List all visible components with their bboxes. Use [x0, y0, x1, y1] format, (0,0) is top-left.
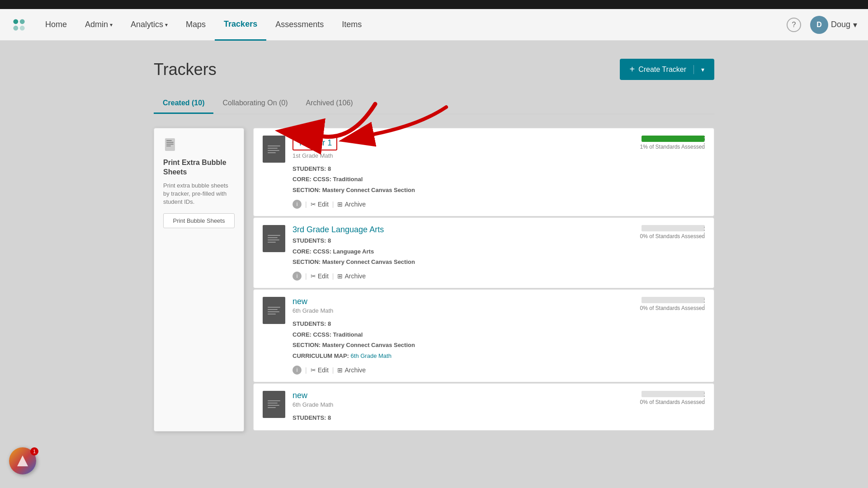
- edit-button[interactable]: ✂ Edit: [311, 366, 329, 374]
- tab-collaborating[interactable]: Collaborating On (0): [213, 94, 297, 114]
- edit-button[interactable]: ✂ Edit: [311, 201, 329, 208]
- tracker-right: 0% of Standards Assessed: [632, 391, 705, 405]
- edit-icon: ✂: [311, 272, 316, 280]
- sidebar-popup-desc: Print extra bubble sheets by tracker, pr…: [163, 182, 235, 206]
- tracker-subtitle: 6th Grade Math: [292, 307, 625, 314]
- thumb-lines: [264, 231, 284, 246]
- svg-point-3: [20, 25, 25, 30]
- print-bubble-sheets-button[interactable]: Print Bubble Sheets: [163, 213, 235, 228]
- svg-rect-7: [166, 144, 174, 145]
- progress-bar-fill: [642, 136, 705, 142]
- tracker-students: 8: [328, 414, 331, 421]
- thumb-line: [268, 148, 278, 149]
- top-bar: [0, 0, 868, 9]
- thumb-line: [268, 403, 278, 404]
- tracker-section: Mastery Connect Canvas Section: [322, 342, 415, 348]
- tracker-name[interactable]: Tracker 1: [292, 136, 337, 150]
- tracker-name[interactable]: new: [292, 391, 625, 400]
- thumb-lines: [264, 303, 284, 318]
- create-tracker-label: Create Tracker: [638, 66, 686, 74]
- edit-icon: ✂: [311, 366, 316, 374]
- edit-button[interactable]: ✂ Edit: [311, 272, 329, 280]
- archive-button[interactable]: ⊞ Archive: [337, 272, 366, 280]
- nav-assessments[interactable]: Assessments: [266, 9, 333, 41]
- tracker-actions: i | ✂ Edit | ⊞ Archive: [292, 200, 625, 209]
- tracker-meta: STUDENTS: 8 CORE: CCSS: Traditional SECT…: [292, 164, 625, 195]
- thumb-line: [268, 405, 279, 406]
- logo-icon: [11, 17, 27, 33]
- tracker-more-menu[interactable]: ⋮: [700, 297, 708, 307]
- tracker-core: CCSS: Language Arts: [313, 248, 374, 255]
- info-icon[interactable]: i: [292, 366, 302, 375]
- thumb-line: [268, 150, 279, 151]
- tracker-more-menu[interactable]: ⋮: [700, 136, 708, 145]
- sidebar-popup-title: Print Extra Bubble Sheets: [163, 158, 235, 177]
- thumb-line: [268, 309, 278, 310]
- nav-home[interactable]: Home: [36, 9, 76, 41]
- archive-label: Archive: [344, 272, 366, 280]
- thumb-lines: [264, 397, 284, 412]
- info-icon[interactable]: i: [292, 272, 302, 281]
- tracker-actions: i | ✂ Edit | ⊞ Archive: [292, 366, 625, 375]
- thumb-line: [268, 307, 280, 308]
- svg-point-2: [13, 25, 18, 30]
- nav-right: ? D Doug ▾: [787, 16, 857, 34]
- nav-trackers[interactable]: Trackers: [215, 9, 266, 41]
- nav-links: Home Admin ▾ Analytics ▾ Maps Trackers A…: [36, 9, 787, 41]
- tracker-subtitle: 1st Grade Math: [292, 152, 625, 159]
- tab-archived[interactable]: Archived (106): [297, 94, 362, 114]
- tracker-core: CCSS: Traditional: [313, 176, 363, 183]
- tracker-students: 8: [328, 165, 331, 172]
- tracker-students: 8: [328, 320, 331, 327]
- widget-svg-icon: [15, 454, 30, 468]
- progress-bar-container: [642, 225, 705, 231]
- thumb-lines: [264, 142, 284, 157]
- navbar: Home Admin ▾ Analytics ▾ Maps Trackers A…: [0, 9, 868, 41]
- sidebar-popup: Print Extra Bubble Sheets Print extra bu…: [154, 128, 244, 432]
- nav-analytics[interactable]: Analytics ▾: [122, 9, 177, 41]
- separator: |: [305, 366, 307, 374]
- info-icon[interactable]: i: [292, 200, 302, 209]
- archive-button[interactable]: ⊞ Archive: [337, 201, 366, 208]
- tracker-info: new 6th Grade Math STUDENTS: 8 CORE: CCS…: [292, 297, 625, 375]
- tracker-actions: i | ✂ Edit | ⊞ Archive: [292, 272, 625, 281]
- tracker-thumbnail: [263, 391, 285, 418]
- nav-admin[interactable]: Admin ▾: [76, 9, 122, 41]
- help-button[interactable]: ?: [787, 18, 801, 32]
- tab-created[interactable]: Created (10): [154, 94, 213, 114]
- create-tracker-button[interactable]: + Create Tracker ▾: [620, 59, 715, 80]
- nav-logo[interactable]: [11, 17, 27, 33]
- curriculum-map-link[interactable]: 6th Grade Math: [351, 352, 392, 359]
- edit-icon: ✂: [311, 201, 316, 208]
- tracker-more-menu[interactable]: ⋮: [700, 225, 708, 235]
- archive-label: Archive: [344, 201, 366, 208]
- thumb-line: [268, 314, 276, 314]
- thumb-line: [268, 311, 279, 312]
- separator: |: [305, 272, 307, 280]
- tracker-students: 8: [328, 237, 331, 244]
- thumb-line: [268, 235, 280, 236]
- admin-chevron: ▾: [110, 22, 113, 28]
- archive-button[interactable]: ⊞ Archive: [337, 366, 366, 374]
- progress-bar-container: [642, 391, 705, 397]
- thumb-line: [268, 400, 280, 401]
- caret-icon: ▾: [701, 66, 704, 73]
- tracker-more-menu[interactable]: ⋮: [700, 391, 708, 401]
- tracker-name[interactable]: 3rd Grade Language Arts: [292, 225, 625, 235]
- thumb-line: [268, 239, 279, 240]
- svg-point-0: [13, 19, 18, 24]
- tracker-name[interactable]: new: [292, 297, 625, 306]
- nav-maps[interactable]: Maps: [177, 9, 215, 41]
- thumb-line: [268, 145, 280, 146]
- svg-rect-8: [166, 145, 171, 146]
- edit-label: Edit: [318, 201, 329, 208]
- progress-bar-container: [642, 297, 705, 303]
- bottom-widget[interactable]: 1: [9, 447, 41, 479]
- user-menu[interactable]: D Doug ▾: [810, 16, 857, 34]
- thumb-line: [268, 237, 278, 238]
- nav-items[interactable]: Items: [333, 9, 371, 41]
- edit-label: Edit: [318, 272, 329, 280]
- archive-icon: ⊞: [337, 201, 343, 208]
- widget-badge: 1: [30, 447, 38, 455]
- tracker-right: 1% of Standards Assessed: [632, 136, 705, 150]
